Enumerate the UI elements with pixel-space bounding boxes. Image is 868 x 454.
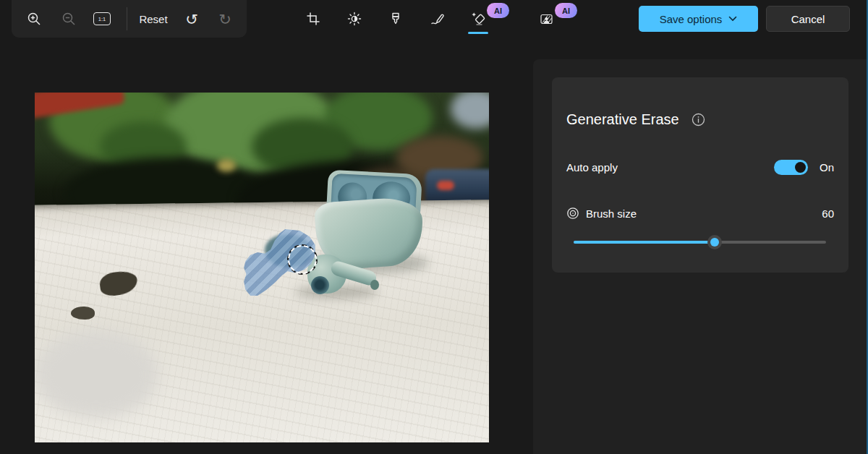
actual-size-icon: 1:1	[93, 12, 111, 25]
undo-button[interactable]: ↺	[179, 6, 205, 32]
ai-badge: AI	[487, 3, 509, 18]
panel-title: Generative Erase	[566, 111, 679, 128]
brush-slider-thumb[interactable]	[707, 235, 722, 249]
brush-size-icon	[566, 207, 579, 220]
info-icon[interactable]	[692, 113, 705, 127]
crop-tool-button[interactable]	[299, 4, 328, 33]
selected-tool-indicator	[468, 32, 488, 34]
toggle-knob	[795, 162, 806, 173]
view-toolbar-group: 1:1 Reset ↺ ↻	[12, 0, 247, 38]
zoom-out-button[interactable]	[56, 6, 82, 32]
zoom-out-icon	[61, 12, 77, 27]
chevron-down-icon	[728, 16, 737, 22]
generative-erase-card: Generative Erase Auto apply On Brush siz…	[552, 77, 848, 273]
filters-tool-button[interactable]	[381, 4, 410, 33]
auto-apply-toggle[interactable]	[774, 160, 808, 175]
auto-apply-state: On	[820, 161, 834, 174]
photo-canvas[interactable]	[35, 93, 489, 442]
actual-size-button[interactable]: 1:1	[89, 6, 115, 32]
toolbar-divider	[127, 7, 127, 30]
ledge-chip	[71, 307, 95, 320]
brush-size-value: 60	[822, 207, 834, 220]
tool-options-panel: Generative Erase Auto apply On Brush siz…	[533, 59, 868, 454]
zoom-in-icon	[27, 12, 42, 27]
brightness-icon	[347, 12, 362, 26]
markup-pen-icon	[430, 12, 445, 27]
car-taillight	[437, 181, 454, 190]
earbud-nozzle	[311, 276, 329, 294]
reset-button[interactable]: Reset	[133, 6, 174, 32]
save-options-button[interactable]: Save options	[639, 6, 758, 32]
zoom-in-button[interactable]	[21, 6, 47, 32]
crop-icon	[306, 12, 320, 26]
auto-apply-label: Auto apply	[566, 161, 618, 174]
earbud-stem-tip	[370, 280, 379, 290]
cancel-button[interactable]: Cancel	[766, 6, 850, 32]
brush-slider-fill	[574, 241, 715, 244]
background-person-icon	[539, 12, 554, 27]
redo-icon: ↻	[218, 12, 231, 27]
erase-sparkle-icon	[471, 12, 486, 27]
undo-icon: ↺	[185, 12, 198, 27]
markup-tool-button[interactable]	[422, 4, 451, 33]
ai-badge: AI	[555, 3, 577, 18]
adjustments-tool-button[interactable]	[340, 4, 369, 33]
save-options-label: Save options	[660, 13, 723, 25]
brush-size-label: Brush size	[586, 207, 637, 220]
paintbrush-icon	[388, 12, 403, 26]
redo-button[interactable]: ↻	[212, 6, 238, 32]
photos-editor-window: 1:1 Reset ↺ ↻	[0, 0, 868, 454]
brush-size-slider[interactable]	[574, 236, 826, 248]
